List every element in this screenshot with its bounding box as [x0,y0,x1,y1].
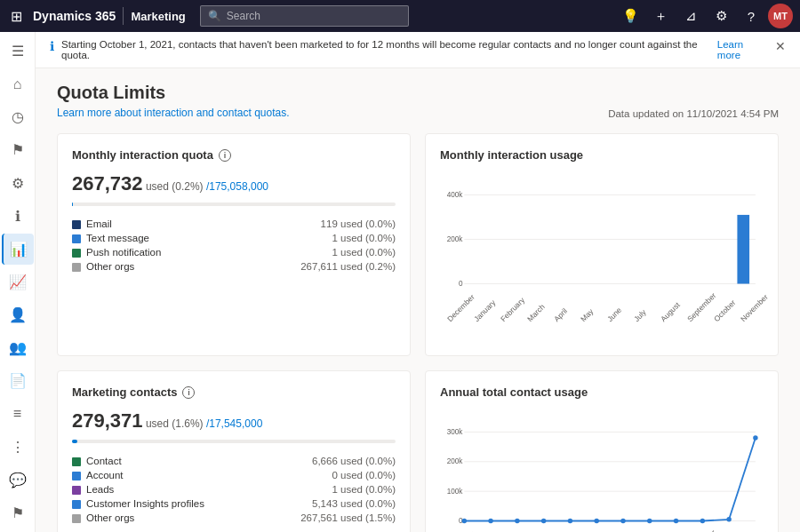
notification-close-button[interactable]: ✕ [775,39,786,53]
sidebar-item-chat[interactable]: 💬 [2,465,34,496]
svg-text:100k: 100k [447,488,464,496]
monthly-usage-chart-card: Monthly interaction usage 400k200k0 Dece… [425,133,779,356]
page-title-section: Quota Limits Learn more about interactio… [57,83,290,119]
svg-text:0: 0 [459,280,463,288]
svg-point-20 [594,519,598,523]
search-input[interactable] [227,10,402,22]
monthly-quota-number: 267,732 [72,172,143,195]
legend-row: Customer Insights profiles 5,143 used (0… [72,496,396,511]
svg-text:200k: 200k [447,457,464,465]
sidebar-item-home[interactable]: ⌂ [2,68,34,99]
page-title: Quota Limits [57,83,290,103]
annual-usage-svg: 300k200k100k0 [440,409,764,532]
sidebar-item-chart[interactable]: 📊 [2,234,34,265]
legend-row: Email 119 used (0.0%) [72,217,396,231]
monthly-quota-limit: /175,058,000 [206,180,268,193]
avatar[interactable]: MT [768,4,793,28]
svg-text:300k: 300k [447,428,464,436]
notification-learn-more-link[interactable]: Learn more [717,39,768,60]
sidebar-item-settings[interactable]: ⚙ [2,168,34,199]
brand-name: Dynamics 365 [33,9,116,23]
svg-point-21 [620,519,625,523]
svg-rect-6 [737,215,749,284]
legend-row: Other orgs 267,561 used (1.5%) [72,511,396,525]
monthly-quota-used-pct: used (0.2%) [146,180,204,193]
sidebar-item-contacts[interactable]: 👤 [2,299,34,330]
notification-icon: ℹ [50,39,54,53]
svg-point-19 [568,519,572,523]
svg-point-24 [700,519,705,523]
cards-grid: Monthly interaction quota i 267,732 used… [57,133,779,532]
lightbulb-icon[interactable]: 💡 [617,3,644,29]
monthly-quota-progress-fill [72,202,73,206]
sidebar-item-pinned[interactable]: ⚑ [2,134,34,165]
data-updated-label: Data updated on 11/10/2021 4:54 PM [608,108,779,119]
svg-point-15 [462,519,467,523]
filter-icon[interactable]: ⊿ [677,3,704,29]
legend-row: Text message 1 used (0.0%) [72,231,396,245]
marketing-contacts-number: 279,371 [72,409,143,432]
marketing-contacts-title: Marketing contacts i [72,385,396,399]
sidebar-item-list[interactable]: ≡ [2,399,34,430]
monthly-quota-card: Monthly interaction quota i 267,732 used… [57,133,411,356]
marketing-contacts-progress-bar [72,440,396,443]
monthly-usage-chart-title: Monthly interaction usage [440,148,764,162]
main-content: ℹ Starting October 1, 2021, contacts tha… [36,32,800,532]
grid-icon[interactable]: ⊞ [7,4,26,28]
svg-point-16 [488,519,492,523]
svg-text:200k: 200k [447,235,464,243]
top-navigation: ⊞ Dynamics 365 Marketing 🔍 💡 ＋ ⊿ ⚙ ? MT [0,0,800,32]
add-icon[interactable]: ＋ [647,3,674,29]
legend-row: Other orgs 267,611 used (0.2%) [72,259,396,274]
monthly-x-labels: DecemberJanuaryFebruaryMarchAprilMayJune… [440,317,764,326]
page-header: Quota Limits Learn more about interactio… [57,83,779,119]
nav-icons: 💡 ＋ ⊿ ⚙ ? MT [617,3,793,29]
legend-row: Push notification 1 used (0.0%) [72,245,396,259]
annual-usage-chart-title: Annual total contact usage [440,385,764,399]
settings-icon[interactable]: ⚙ [708,3,734,29]
learn-more-link[interactable]: Learn more about interaction and contact… [57,107,290,119]
monthly-quota-number-row: 267,732 used (0.2%) /175,058,000 [72,172,396,195]
legend-row: Contact 6,666 used (0.0%) [72,454,396,468]
sidebar-item-menu[interactable]: ☰ [2,36,34,67]
sidebar-item-groups[interactable]: 👥 [2,332,34,363]
marketing-contacts-used-pct: used (1.6%) [146,417,204,430]
marketing-contacts-limit: /17,545,000 [206,417,262,430]
svg-point-18 [541,519,546,523]
search-box[interactable]: 🔍 [200,5,410,27]
annual-usage-chart-area: 300k200k100k0 DecemberJanuaryFebruaryMar… [440,409,764,532]
search-icon: 🔍 [208,10,221,22]
svg-text:400k: 400k [447,191,464,199]
monthly-quota-progress-bar [72,202,396,206]
svg-point-26 [753,435,757,440]
notification-bar: ℹ Starting October 1, 2021, contacts tha… [36,32,800,68]
marketing-contacts-legend: Contact 6,666 used (0.0%) Account 0 used… [72,454,396,525]
sidebar-item-recent[interactable]: ◷ [2,101,34,132]
brand-logo: Dynamics 365 Marketing [33,7,186,25]
app-body: ☰ ⌂ ◷ ⚑ ⚙ ℹ 📊 📈 👤 👥 📄 ≡ ⋮ 💬 ⚑ ℹ Starting… [0,32,800,532]
annual-usage-chart-card: Annual total contact usage 300k200k100k0… [425,370,779,532]
sidebar-item-segments[interactable]: ⋮ [2,432,34,463]
marketing-contacts-progress-fill [72,440,77,443]
sidebar-item-documents[interactable]: 📄 [2,365,34,396]
marketing-contacts-card: Marketing contacts i 279,371 used (1.6%)… [57,370,411,532]
monthly-quota-title: Monthly interaction quota i [72,148,396,162]
svg-point-23 [674,519,678,523]
monthly-quota-info-icon[interactable]: i [219,149,231,162]
nav-divider [123,7,124,25]
legend-row: Leads 1 used (0.0%) [72,482,396,496]
page-content: Quota Limits Learn more about interactio… [36,68,800,532]
svg-point-25 [726,517,731,521]
monthly-quota-legend: Email 119 used (0.0%) Text message 1 use… [72,217,396,274]
legend-row: Account 0 used (0.0%) [72,468,396,482]
sidebar-item-info[interactable]: ℹ [2,201,34,232]
svg-point-22 [647,519,652,523]
svg-point-17 [515,519,519,523]
marketing-contacts-number-row: 279,371 used (1.6%) /17,545,000 [72,409,396,433]
module-name: Marketing [131,10,185,23]
sidebar-item-flag[interactable]: ⚑ [2,497,34,528]
help-icon[interactable]: ? [738,3,764,29]
sidebar-item-analytics[interactable]: 📈 [2,266,34,298]
monthly-usage-chart-area: 400k200k0 DecemberJanuaryFebruaryMarchAp… [440,172,764,341]
marketing-contacts-info-icon[interactable]: i [182,386,195,399]
